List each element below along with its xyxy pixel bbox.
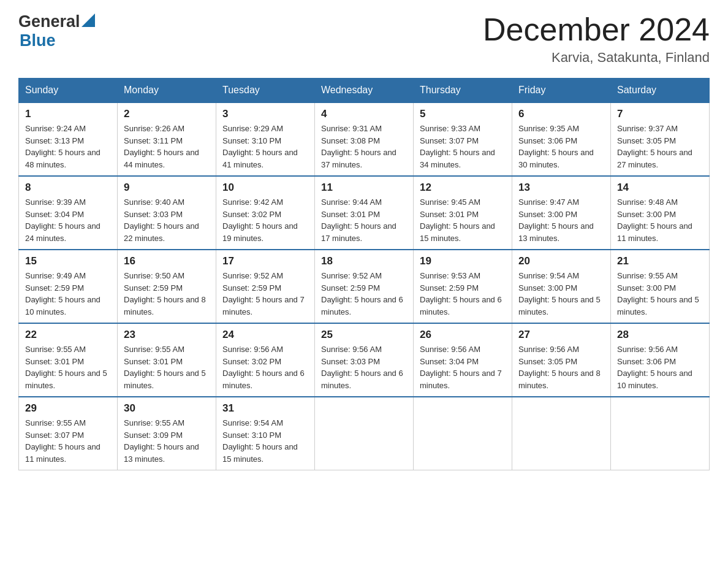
day-number: 9 [124, 182, 210, 194]
logo-blue-text: Blue [20, 31, 56, 50]
day-info: Sunrise: 9:55 AMSunset: 3:07 PMDaylight:… [25, 417, 111, 465]
calendar-cell: 18 Sunrise: 9:52 AMSunset: 2:59 PMDaylig… [315, 250, 414, 323]
week-row-3: 15 Sunrise: 9:49 AMSunset: 2:59 PMDaylig… [19, 250, 710, 323]
calendar-cell: 24 Sunrise: 9:56 AMSunset: 3:02 PMDaylig… [216, 323, 315, 397]
day-number: 21 [617, 255, 703, 267]
day-number: 26 [420, 329, 506, 341]
day-number: 6 [518, 108, 604, 120]
week-row-5: 29 Sunrise: 9:55 AMSunset: 3:07 PMDaylig… [19, 397, 710, 470]
day-info: Sunrise: 9:54 AMSunset: 3:00 PMDaylight:… [518, 270, 604, 318]
day-number: 27 [518, 329, 604, 341]
col-header-monday: Monday [118, 79, 216, 103]
day-info: Sunrise: 9:39 AMSunset: 3:04 PMDaylight:… [25, 196, 111, 244]
day-number: 29 [25, 402, 111, 415]
col-header-tuesday: Tuesday [216, 79, 315, 103]
calendar-cell: 25 Sunrise: 9:56 AMSunset: 3:03 PMDaylig… [315, 323, 414, 397]
calendar-cell: 30 Sunrise: 9:55 AMSunset: 3:09 PMDaylig… [118, 397, 216, 470]
calendar-cell: 6 Sunrise: 9:35 AMSunset: 3:06 PMDayligh… [512, 102, 611, 176]
calendar-cell: 19 Sunrise: 9:53 AMSunset: 2:59 PMDaylig… [414, 250, 512, 323]
day-number: 28 [617, 329, 703, 341]
calendar-cell: 28 Sunrise: 9:56 AMSunset: 3:06 PMDaylig… [611, 323, 710, 397]
day-info: Sunrise: 9:56 AMSunset: 3:02 PMDaylight:… [222, 343, 308, 391]
calendar-table: SundayMondayTuesdayWednesdayThursdayFrid… [18, 78, 710, 470]
logo-general-text: General [18, 12, 80, 31]
week-row-1: 1 Sunrise: 9:24 AMSunset: 3:13 PMDayligh… [19, 102, 710, 176]
day-number: 17 [222, 255, 308, 267]
day-info: Sunrise: 9:52 AMSunset: 2:59 PMDaylight:… [321, 270, 407, 318]
calendar-cell [315, 397, 414, 470]
col-header-thursday: Thursday [414, 79, 512, 103]
day-number: 23 [124, 329, 210, 341]
day-number: 10 [222, 182, 308, 194]
logo-triangle-icon [82, 13, 95, 27]
day-info: Sunrise: 9:48 AMSunset: 3:00 PMDaylight:… [617, 196, 703, 244]
calendar-cell [512, 397, 611, 470]
day-info: Sunrise: 9:47 AMSunset: 3:00 PMDaylight:… [518, 196, 604, 244]
calendar-cell: 2 Sunrise: 9:26 AMSunset: 3:11 PMDayligh… [118, 102, 216, 176]
calendar-cell: 31 Sunrise: 9:54 AMSunset: 3:10 PMDaylig… [216, 397, 315, 470]
calendar-cell: 5 Sunrise: 9:33 AMSunset: 3:07 PMDayligh… [414, 102, 512, 176]
day-info: Sunrise: 9:24 AMSunset: 3:13 PMDaylight:… [25, 123, 111, 170]
day-info: Sunrise: 9:56 AMSunset: 3:04 PMDaylight:… [420, 343, 506, 391]
day-info: Sunrise: 9:56 AMSunset: 3:05 PMDaylight:… [518, 343, 604, 391]
calendar-cell: 14 Sunrise: 9:48 AMSunset: 3:00 PMDaylig… [611, 176, 710, 250]
week-row-4: 22 Sunrise: 9:55 AMSunset: 3:01 PMDaylig… [19, 323, 710, 397]
calendar-cell: 4 Sunrise: 9:31 AMSunset: 3:08 PMDayligh… [315, 102, 414, 176]
col-header-wednesday: Wednesday [315, 79, 414, 103]
calendar-cell: 13 Sunrise: 9:47 AMSunset: 3:00 PMDaylig… [512, 176, 611, 250]
day-info: Sunrise: 9:55 AMSunset: 3:01 PMDaylight:… [25, 343, 111, 391]
day-info: Sunrise: 9:56 AMSunset: 3:06 PMDaylight:… [617, 343, 703, 391]
calendar-cell: 3 Sunrise: 9:29 AMSunset: 3:10 PMDayligh… [216, 102, 315, 176]
calendar-cell [414, 397, 512, 470]
day-info: Sunrise: 9:50 AMSunset: 2:59 PMDaylight:… [124, 270, 210, 318]
calendar-cell: 20 Sunrise: 9:54 AMSunset: 3:00 PMDaylig… [512, 250, 611, 323]
day-number: 25 [321, 329, 407, 341]
day-number: 18 [321, 255, 407, 267]
location-text: Karvia, Satakunta, Finland [483, 50, 710, 66]
calendar-header-row: SundayMondayTuesdayWednesdayThursdayFrid… [19, 79, 710, 103]
day-info: Sunrise: 9:55 AMSunset: 3:09 PMDaylight:… [124, 417, 210, 465]
day-info: Sunrise: 9:49 AMSunset: 2:59 PMDaylight:… [25, 270, 111, 318]
calendar-cell: 26 Sunrise: 9:56 AMSunset: 3:04 PMDaylig… [414, 323, 512, 397]
day-info: Sunrise: 9:37 AMSunset: 3:05 PMDaylight:… [617, 123, 703, 170]
page-header: General Blue December 2024 Karvia, Satak… [18, 12, 710, 66]
day-number: 7 [617, 108, 703, 120]
day-info: Sunrise: 9:53 AMSunset: 2:59 PMDaylight:… [420, 270, 506, 318]
calendar-cell: 17 Sunrise: 9:52 AMSunset: 2:59 PMDaylig… [216, 250, 315, 323]
col-header-sunday: Sunday [19, 79, 118, 103]
calendar-cell: 12 Sunrise: 9:45 AMSunset: 3:01 PMDaylig… [414, 176, 512, 250]
col-header-friday: Friday [512, 79, 611, 103]
day-number: 1 [25, 108, 111, 120]
day-number: 2 [124, 108, 210, 120]
day-info: Sunrise: 9:45 AMSunset: 3:01 PMDaylight:… [420, 196, 506, 244]
day-number: 24 [222, 329, 308, 341]
day-info: Sunrise: 9:29 AMSunset: 3:10 PMDaylight:… [222, 123, 308, 170]
day-number: 12 [420, 182, 506, 194]
day-info: Sunrise: 9:42 AMSunset: 3:02 PMDaylight:… [222, 196, 308, 244]
logo: General Blue [18, 12, 95, 50]
month-title: December 2024 [483, 12, 710, 47]
calendar-cell: 11 Sunrise: 9:44 AMSunset: 3:01 PMDaylig… [315, 176, 414, 250]
day-info: Sunrise: 9:44 AMSunset: 3:01 PMDaylight:… [321, 196, 407, 244]
calendar-cell: 16 Sunrise: 9:50 AMSunset: 2:59 PMDaylig… [118, 250, 216, 323]
day-number: 14 [617, 182, 703, 194]
day-number: 30 [124, 402, 210, 415]
title-section: December 2024 Karvia, Satakunta, Finland [483, 12, 710, 66]
day-info: Sunrise: 9:56 AMSunset: 3:03 PMDaylight:… [321, 343, 407, 391]
week-row-2: 8 Sunrise: 9:39 AMSunset: 3:04 PMDayligh… [19, 176, 710, 250]
col-header-saturday: Saturday [611, 79, 710, 103]
calendar-cell: 7 Sunrise: 9:37 AMSunset: 3:05 PMDayligh… [611, 102, 710, 176]
day-info: Sunrise: 9:55 AMSunset: 3:01 PMDaylight:… [124, 343, 210, 391]
day-number: 20 [518, 255, 604, 267]
day-number: 3 [222, 108, 308, 120]
day-info: Sunrise: 9:54 AMSunset: 3:10 PMDaylight:… [222, 417, 308, 465]
calendar-cell: 9 Sunrise: 9:40 AMSunset: 3:03 PMDayligh… [118, 176, 216, 250]
calendar-cell: 8 Sunrise: 9:39 AMSunset: 3:04 PMDayligh… [19, 176, 118, 250]
calendar-cell: 29 Sunrise: 9:55 AMSunset: 3:07 PMDaylig… [19, 397, 118, 470]
day-number: 16 [124, 255, 210, 267]
day-info: Sunrise: 9:40 AMSunset: 3:03 PMDaylight:… [124, 196, 210, 244]
day-info: Sunrise: 9:31 AMSunset: 3:08 PMDaylight:… [321, 123, 407, 170]
calendar-cell: 15 Sunrise: 9:49 AMSunset: 2:59 PMDaylig… [19, 250, 118, 323]
day-info: Sunrise: 9:26 AMSunset: 3:11 PMDaylight:… [124, 123, 210, 170]
calendar-cell: 23 Sunrise: 9:55 AMSunset: 3:01 PMDaylig… [118, 323, 216, 397]
